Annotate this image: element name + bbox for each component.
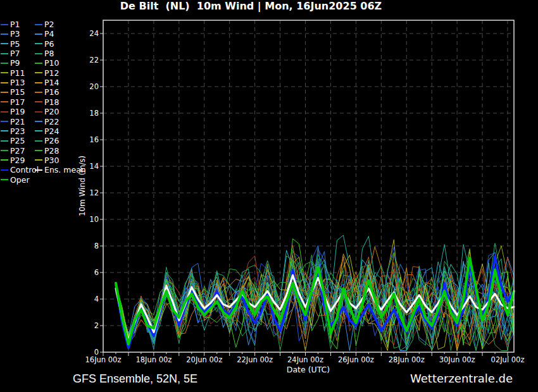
x-tick-22jun-00z: 22Jun 00z (230, 355, 280, 364)
y-tick-14: 14 (67, 162, 99, 171)
ensemble-member-lines (116, 235, 514, 350)
y-tick-12: 12 (67, 188, 99, 197)
site-credit: Wetterzentrale.de (410, 372, 513, 385)
y-tick-18: 18 (67, 109, 99, 118)
y-tick-6: 6 (67, 268, 99, 277)
x-tick-30jun-00z: 30Jun 00z (432, 355, 482, 364)
x-tick-28jun-00z: 28Jun 00z (381, 355, 432, 364)
y-tick-4: 4 (67, 295, 99, 303)
x-tick-18jun-00z: 18Jun 00z (128, 355, 179, 364)
x-tick-02jul-00z: 02Jul 00z (482, 355, 533, 364)
x-tick-24jun-00z: 24Jun 00z (280, 355, 331, 364)
y-tick-2: 2 (67, 321, 99, 330)
x-tick-16jun-00z: 16Jun 00z (78, 355, 128, 364)
model-location-caption: GFS Ensemble, 52N, 5E (73, 372, 197, 386)
x-tick-20jun-00z: 20Jun 00z (179, 355, 230, 364)
meteogram-page: De Bilt (NL) 10m Wind | Mon, 16Jun2025 0… (0, 0, 538, 392)
x-axis-label: Date (UTC) (270, 365, 346, 374)
y-tick-20: 20 (67, 82, 99, 91)
y-tick-24: 24 (67, 29, 99, 38)
y-tick-10: 10 (67, 215, 99, 224)
y-tick-8: 8 (67, 242, 99, 250)
y-tick-16: 16 (67, 135, 99, 144)
y-tick-22: 22 (67, 56, 99, 64)
y-tick-0: 0 (67, 348, 99, 357)
x-tick-26jun-00z: 26Jun 00z (330, 355, 381, 364)
